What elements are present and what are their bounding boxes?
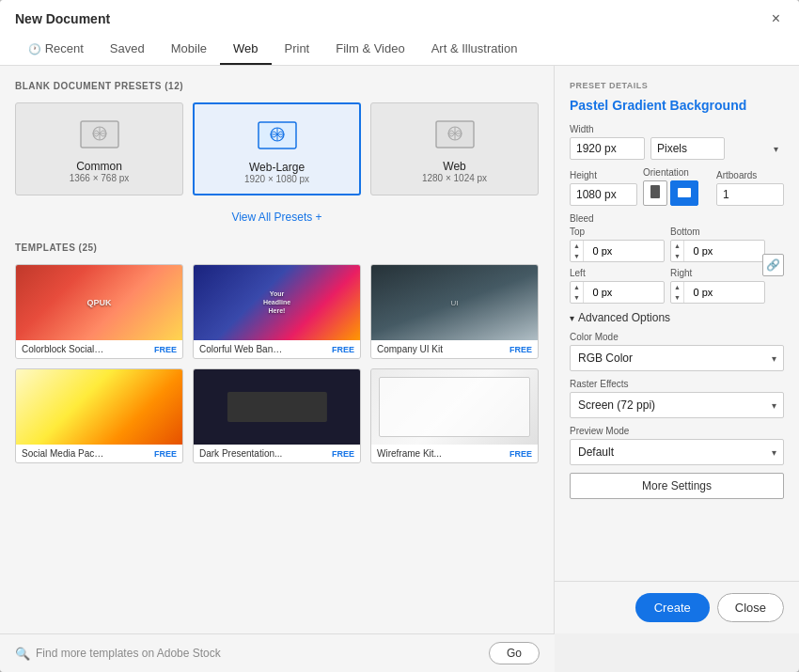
template-badge-4: FREE	[154, 449, 177, 459]
template-visual-1: QPUK	[16, 265, 182, 340]
template-badge-1: FREE	[154, 345, 177, 354]
template-card-4[interactable]: Social Media Pack... FREE	[15, 368, 183, 463]
search-placeholder-text[interactable]: Find more templates on Adobe Stock	[30, 647, 489, 660]
portrait-button[interactable]	[643, 180, 667, 206]
template-name-4: Social Media Pack...	[22, 448, 106, 459]
raster-select-wrapper: Screen (72 ppi) Medium (150 ppi) High (3…	[570, 392, 784, 418]
unit-select[interactable]: Pixels Inches Centimeters Millimeters Po…	[650, 137, 725, 160]
templates-section-label: TEMPLATES (25)	[15, 242, 539, 253]
template-card-1[interactable]: QPUK Colorblock Social Me... FREE	[15, 264, 183, 359]
template-name-5: Dark Presentation...	[199, 448, 282, 459]
orientation-label: Orientation	[643, 167, 711, 178]
action-buttons: Create Close	[555, 581, 799, 633]
raster-effects-label: Raster Effects	[570, 379, 784, 389]
template-card-6[interactable]: Wireframe Kit... FREE	[370, 368, 539, 463]
svg-rect-12	[650, 185, 660, 198]
preset-name-web: Web	[379, 160, 530, 173]
tab-bar: 🕐 Recent Saved Mobile Web Print Film & V…	[15, 36, 784, 65]
template-visual-2: YourHeadlineHere!	[194, 265, 360, 340]
bleed-bottom-group: Bottom ▲ ▼ 0 px	[670, 227, 765, 262]
title-bar: New Document × 🕐 Recent Saved Mobile Web…	[0, 0, 799, 66]
template-card-3[interactable]: UI Company UI Kit FREE	[370, 264, 539, 359]
tab-saved[interactable]: Saved	[97, 36, 158, 65]
preset-card-web[interactable]: Web 1280 × 1024 px	[370, 102, 539, 195]
template-badge-6: FREE	[509, 449, 532, 459]
bleed-right-value: 0 px	[684, 283, 722, 302]
presets-grid: Common 1366 × 768 px	[15, 102, 539, 195]
svg-rect-13	[678, 188, 691, 197]
bleed-bottom-down[interactable]: ▼	[671, 251, 683, 261]
tab-print[interactable]: Print	[272, 36, 323, 65]
tab-film[interactable]: Film & Video	[322, 36, 417, 65]
bleed-section: Bleed Top ▲ ▼ 0 px	[570, 213, 784, 304]
bleed-bottom-up[interactable]: ▲	[671, 241, 683, 251]
preset-details-label: PRESET DETAILS	[570, 81, 784, 90]
raster-effects-select[interactable]: Screen (72 ppi) Medium (150 ppi) High (3…	[570, 392, 784, 418]
search-icon: 🔍	[15, 647, 30, 661]
preset-dims-common: 1366 × 768 px	[24, 173, 175, 183]
bleed-left-down[interactable]: ▼	[571, 292, 583, 303]
preset-card-weblarge[interactable]: Web-Large 1920 × 1080 px	[193, 102, 361, 195]
dialog-close-button[interactable]: ×	[768, 9, 784, 28]
bleed-left-stepper: ▲ ▼ 0 px	[570, 281, 665, 304]
template-badge-5: FREE	[332, 449, 354, 459]
preset-title: Pastel Gradient Background	[570, 98, 784, 113]
bleed-left-group: Left ▲ ▼ 0 px	[570, 268, 665, 304]
presets-section-label: BLANK DOCUMENT PRESETS (12)	[15, 81, 539, 91]
bleed-right-label: Right	[670, 268, 765, 278]
bleed-right-down[interactable]: ▼	[671, 292, 683, 303]
template-card-5[interactable]: Dark Presentation... FREE	[193, 368, 361, 463]
new-document-dialog: New Document × 🕐 Recent Saved Mobile Web…	[0, 0, 799, 672]
template-footer-6: Wireframe Kit... FREE	[371, 445, 538, 462]
preview-mode-label: Preview Mode	[570, 426, 784, 436]
preview-mode-select[interactable]: Default Pixel Overprint	[570, 439, 784, 465]
color-mode-label: Color Mode	[570, 332, 784, 342]
artboards-label: Artboards	[716, 170, 784, 180]
bleed-left-up[interactable]: ▲	[571, 282, 583, 292]
tab-mobile[interactable]: Mobile	[158, 36, 220, 65]
right-panel: PRESET DETAILS Pastel Gradient Backgroun…	[555, 66, 799, 581]
tab-art[interactable]: Art & Illustration	[418, 36, 531, 65]
view-all-presets[interactable]: View All Presets +	[15, 207, 539, 227]
bleed-top-value: 0 px	[584, 242, 621, 260]
color-mode-group: Color Mode RGB Color CMYK Color Grayscal…	[570, 332, 784, 371]
bleed-top-down[interactable]: ▼	[571, 251, 583, 261]
bleed-bottom-label: Bottom	[670, 227, 765, 237]
more-settings-button[interactable]: More Settings	[570, 473, 784, 499]
main-content: BLANK DOCUMENT PRESETS (12)	[0, 66, 799, 633]
tab-recent[interactable]: 🕐 Recent	[15, 36, 97, 65]
template-visual-4	[16, 369, 182, 445]
go-button[interactable]: Go	[489, 642, 540, 664]
advanced-options-toggle[interactable]: ▾ Advanced Options	[570, 311, 784, 324]
height-field-group: Height	[570, 170, 637, 206]
bleed-right-up[interactable]: ▲	[671, 282, 683, 292]
recent-icon: 🕐	[28, 43, 41, 55]
tab-web[interactable]: Web	[220, 36, 272, 65]
color-mode-select[interactable]: RGB Color CMYK Color Grayscale	[570, 345, 784, 371]
bleed-left-value: 0 px	[584, 283, 621, 302]
raster-effects-group: Raster Effects Screen (72 ppi) Medium (1…	[570, 379, 784, 418]
template-footer-2: Colorful Web Banner... FREE	[194, 340, 360, 358]
advanced-label: Advanced Options	[578, 311, 670, 324]
orientation-field-group: Orientation	[643, 167, 711, 206]
template-card-2[interactable]: YourHeadlineHere! Colorful Web Banner...…	[193, 264, 361, 359]
height-label: Height	[570, 170, 637, 180]
close-button[interactable]: Close	[717, 593, 784, 622]
bleed-right-stepper: ▲ ▼ 0 px	[670, 281, 765, 304]
width-field-group: Width Pixels Inches Centimeters Millimet…	[570, 124, 784, 160]
landscape-button[interactable]	[670, 180, 698, 206]
bleed-link-button[interactable]: 🔗	[762, 254, 784, 276]
orientation-buttons	[643, 180, 711, 206]
preset-name-common: Common	[24, 160, 175, 173]
preset-card-common[interactable]: Common 1366 × 768 px	[15, 102, 183, 195]
preset-icon-common	[77, 118, 122, 152]
bleed-right-group: Right ▲ ▼ 0 px	[670, 268, 765, 304]
bleed-top-up[interactable]: ▲	[571, 241, 583, 251]
create-button[interactable]: Create	[635, 593, 710, 622]
template-name-2: Colorful Web Banner...	[199, 344, 284, 354]
bleed-label: Bleed	[570, 213, 784, 224]
height-input[interactable]	[570, 183, 637, 206]
artboards-input[interactable]	[716, 183, 784, 206]
templates-grid: QPUK Colorblock Social Me... FREE YourHe…	[15, 264, 539, 463]
width-input[interactable]	[570, 137, 645, 160]
